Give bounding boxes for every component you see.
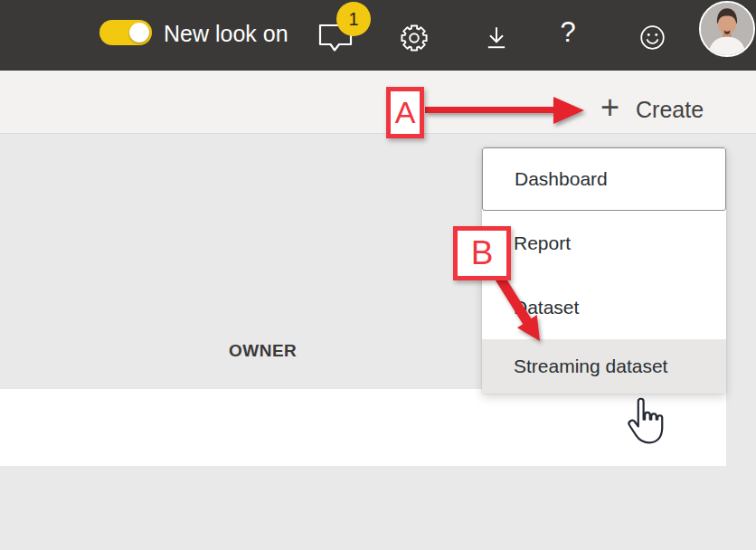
menu-item-report[interactable]: Report bbox=[482, 211, 726, 275]
notification-badge: 1 bbox=[336, 2, 371, 36]
new-look-label: New look on bbox=[164, 21, 288, 47]
new-look-toggle[interactable] bbox=[99, 20, 152, 45]
menu-item-label: Report bbox=[514, 232, 571, 254]
annotation-box-a: A bbox=[386, 87, 424, 138]
annotation-label-a: A bbox=[395, 95, 416, 130]
owner-column-header: OWNER bbox=[229, 341, 297, 361]
avatar bbox=[701, 3, 753, 55]
menu-item-dashboard[interactable]: Dashboard bbox=[482, 147, 726, 211]
plus-icon: + bbox=[600, 89, 619, 127]
account-button[interactable] bbox=[699, 1, 755, 57]
menu-item-label: Streaming dataset bbox=[514, 356, 667, 377]
menu-item-label: Dashboard bbox=[515, 168, 608, 190]
menu-item-streaming-dataset[interactable]: Streaming dataset bbox=[482, 339, 726, 394]
feedback-button[interactable] bbox=[632, 7, 672, 58]
power-bi-screen: New look on 1 ? bbox=[0, 0, 756, 550]
menu-item-dataset[interactable]: Dataset bbox=[482, 275, 726, 339]
annotation-box-b: B bbox=[453, 226, 511, 280]
help-button[interactable]: ? bbox=[548, 7, 588, 58]
gear-icon bbox=[401, 24, 428, 52]
question-mark-icon: ? bbox=[560, 16, 575, 48]
download-button[interactable] bbox=[477, 7, 516, 58]
create-button-label: Create bbox=[636, 97, 704, 123]
top-app-bar: New look on 1 ? bbox=[0, 0, 756, 71]
annotation-label-b: B bbox=[471, 234, 494, 272]
download-icon bbox=[484, 25, 509, 51]
toggle-knob-icon bbox=[129, 23, 149, 43]
menu-item-label: Dataset bbox=[514, 297, 579, 318]
settings-button[interactable] bbox=[394, 7, 434, 58]
create-menu: Dashboard Report Dataset Streaming datas… bbox=[482, 147, 726, 394]
smiley-icon bbox=[639, 24, 666, 51]
dataset-table-row: Scott Sugar bbox=[0, 389, 726, 466]
